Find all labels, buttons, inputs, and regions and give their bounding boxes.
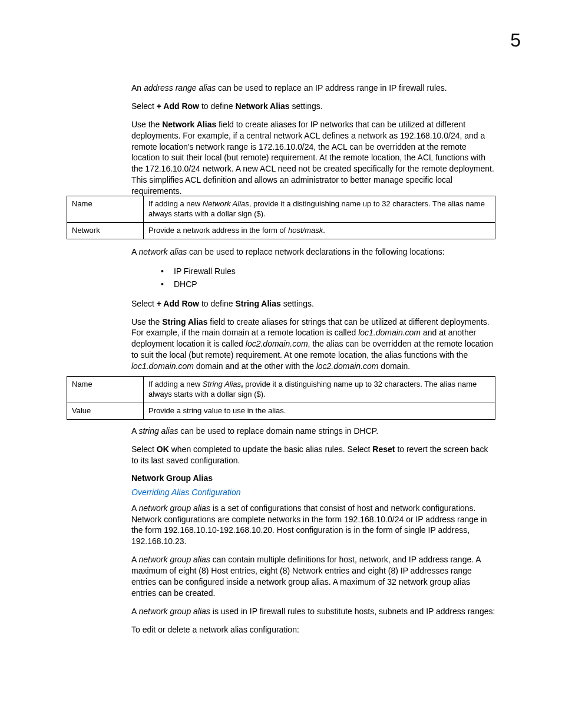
paragraph-ng-alias-limits: A network group alias can contain multip… <box>131 554 497 599</box>
paragraph-string-alias-desc: Use the String Alias field to create ali… <box>131 317 497 372</box>
cell-value-name: If adding a new String Alias, provide it… <box>144 377 495 403</box>
body-content: An address range alias can be used to re… <box>131 83 497 204</box>
cell-label-network: Network <box>67 222 144 239</box>
paragraph-ng-alias-desc: A network group alias is a set of config… <box>131 503 497 548</box>
table-string-alias: Name If adding a new String Alias, provi… <box>67 376 495 428</box>
cell-label-name: Name <box>67 196 144 223</box>
list-item: IP Firewall Rules <box>174 265 497 278</box>
table-row: Network Provide a network address in the… <box>67 222 495 239</box>
list-item: DHCP <box>174 278 497 291</box>
body-content-3: A string alias can be used to replace do… <box>131 426 497 643</box>
body-content-2: A network alias can be used to replace n… <box>131 246 497 379</box>
paragraph-add-row-network: Select + Add Row to define Network Alias… <box>131 101 497 112</box>
paragraph-add-row-string: Select + Add Row to define String Alias … <box>131 298 497 309</box>
paragraph-string-alias-usage: A string alias can be used to replace do… <box>131 426 497 437</box>
paragraph-edit-delete: To edit or delete a network alias config… <box>131 624 497 635</box>
table-network-alias: Name If adding a new Network Alias, prov… <box>67 196 495 248</box>
cell-label-name: Name <box>67 377 144 403</box>
table-row: Name If adding a new Network Alias, prov… <box>67 196 495 223</box>
heading-network-group-alias: Network Group Alias <box>131 473 497 483</box>
paragraph-network-alias-usage: A network alias can be used to replace n… <box>131 246 497 258</box>
list-network-locations: IP Firewall Rules DHCP <box>174 265 497 291</box>
cell-value-network: Provide a network address in the form of… <box>144 222 495 239</box>
paragraph-ok-reset: Select OK when completed to update the b… <box>131 444 497 466</box>
page-number: 5 <box>510 29 521 51</box>
cell-value-name: If adding a new Network Alias, provide i… <box>144 196 495 223</box>
table-row: Value Provide a string value to use in t… <box>67 403 495 419</box>
paragraph-ng-alias-usage: A network group alias is used in IP fire… <box>131 606 497 617</box>
table-row: Name If adding a new String Alias, provi… <box>67 377 495 403</box>
cell-label-value: Value <box>67 403 144 419</box>
paragraph-address-range: An address range alias can be used to re… <box>131 83 497 94</box>
cell-value-value: Provide a string value to use in the ali… <box>144 403 495 419</box>
paragraph-network-alias-desc: Use the Network Alias field to create al… <box>131 119 497 197</box>
link-overriding-alias[interactable]: Overriding Alias Configuration <box>131 487 497 497</box>
